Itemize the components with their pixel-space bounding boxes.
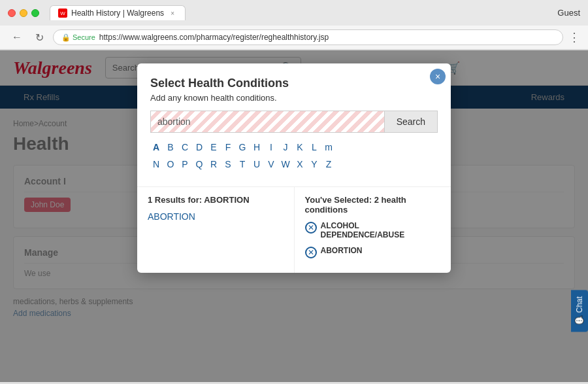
guest-label: Guest xyxy=(557,8,580,18)
alpha-N[interactable]: N xyxy=(150,159,162,169)
alpha-X[interactable]: X xyxy=(294,159,306,169)
selected-abortion-label: ABORTION xyxy=(321,246,363,255)
result-abortion[interactable]: ABORTION xyxy=(148,211,284,222)
remove-alcohol-button[interactable]: ✕ xyxy=(305,222,317,234)
search-button[interactable]: Search xyxy=(384,111,438,133)
alpha-D[interactable]: D xyxy=(193,142,205,152)
alpha-F[interactable]: F xyxy=(222,142,234,152)
modal-close-button[interactable]: × xyxy=(430,69,446,84)
alpha-T[interactable]: T xyxy=(237,159,248,169)
close-button[interactable] xyxy=(8,9,16,17)
url-text: https://www.walgreens.com/pharmacy/regis… xyxy=(99,33,329,42)
browser-menu-button[interactable]: ⋮ xyxy=(568,30,580,44)
fullscreen-button[interactable] xyxy=(31,9,39,17)
alpha-K[interactable]: K xyxy=(294,142,306,152)
search-input-wrapper xyxy=(150,111,384,133)
alpha-m[interactable]: m xyxy=(323,142,335,152)
alpha-U[interactable]: U xyxy=(251,159,263,169)
chat-label: Chat xyxy=(575,296,584,313)
results-column: 1 Results for: ABORTION ABORTION xyxy=(137,186,294,273)
browser-chrome: W Health History | Walgreens × Guest ← ↻… xyxy=(0,0,588,50)
alphabet-row-2: N O P Q R S T U V W X Y Z xyxy=(150,159,438,169)
modal-subtitle: Add any known health conditions. xyxy=(150,93,438,103)
alpha-H[interactable]: H xyxy=(251,142,263,152)
modal-columns: 1 Results for: ABORTION ABORTION You've … xyxy=(137,186,451,273)
alpha-Z[interactable]: Z xyxy=(323,159,335,169)
alpha-S[interactable]: S xyxy=(222,159,234,169)
tab-bar: W Health History | Walgreens × xyxy=(50,5,552,20)
alpha-V[interactable]: V xyxy=(265,159,277,169)
alpha-C[interactable]: C xyxy=(179,142,191,152)
traffic-lights xyxy=(8,9,39,17)
alpha-Q[interactable]: Q xyxy=(193,159,205,169)
search-row: Search xyxy=(150,111,438,133)
alpha-I[interactable]: I xyxy=(265,142,277,152)
results-title: 1 Results for: ABORTION xyxy=(148,195,284,205)
alpha-W[interactable]: W xyxy=(280,159,291,169)
alpha-R[interactable]: R xyxy=(208,159,220,169)
remove-abortion-button[interactable]: ✕ xyxy=(305,247,317,258)
tab-title: Health History | Walgreens xyxy=(71,9,164,18)
tab-close-icon[interactable]: × xyxy=(168,9,177,18)
refresh-button[interactable]: ↻ xyxy=(31,30,48,45)
alpha-Y[interactable]: Y xyxy=(308,159,320,169)
tab-favicon: W xyxy=(58,9,67,18)
alpha-L[interactable]: L xyxy=(308,142,320,152)
alpha-A[interactable]: A xyxy=(150,142,162,152)
minimize-button[interactable] xyxy=(20,9,27,17)
modal-body: Select Health Conditions Add any known h… xyxy=(137,63,451,186)
modal-title: Select Health Conditions xyxy=(150,77,438,90)
address-bar[interactable]: 🔒 Secure https://www.walgreens.com/pharm… xyxy=(53,29,563,45)
nav-bar: ← ↻ 🔒 Secure https://www.walgreens.com/p… xyxy=(0,26,588,50)
secure-label: Secure xyxy=(73,33,95,41)
title-bar: W Health History | Walgreens × Guest xyxy=(0,0,588,26)
alphabet-row-1: A B C D E F G H I J K L m xyxy=(150,142,438,152)
lock-icon: 🔒 xyxy=(61,33,71,42)
selected-item-1: ✕ ALCOHOL DEPENDENCE/ABUSE xyxy=(305,221,441,239)
alpha-O[interactable]: O xyxy=(165,159,176,169)
condition-search-input[interactable] xyxy=(150,111,384,133)
health-conditions-modal: × Select Health Conditions Add any known… xyxy=(137,63,451,273)
chat-button[interactable]: 💬 Chat xyxy=(571,290,588,332)
selected-column: You've Selected: 2 health conditions ✕ A… xyxy=(294,186,451,273)
alpha-G[interactable]: G xyxy=(237,142,248,152)
page-background: Walgreens 🔍 Hi, John ▼ | Find a store ▼ … xyxy=(0,50,588,382)
alpha-J[interactable]: J xyxy=(280,142,291,152)
browser-tab[interactable]: W Health History | Walgreens × xyxy=(50,5,186,20)
selected-title: You've Selected: 2 health conditions xyxy=(305,195,441,215)
chat-icon: 💬 xyxy=(575,315,584,325)
alpha-B[interactable]: B xyxy=(165,142,176,152)
selected-alcohol-label: ALCOHOL DEPENDENCE/ABUSE xyxy=(321,221,441,239)
modal-overlay: × Select Health Conditions Add any known… xyxy=(0,50,588,382)
alpha-P[interactable]: P xyxy=(179,159,191,169)
back-button[interactable]: ← xyxy=(8,30,26,44)
secure-badge: 🔒 Secure xyxy=(61,33,95,42)
alpha-E[interactable]: E xyxy=(208,142,220,152)
selected-item-2: ✕ ABORTION xyxy=(305,246,441,258)
